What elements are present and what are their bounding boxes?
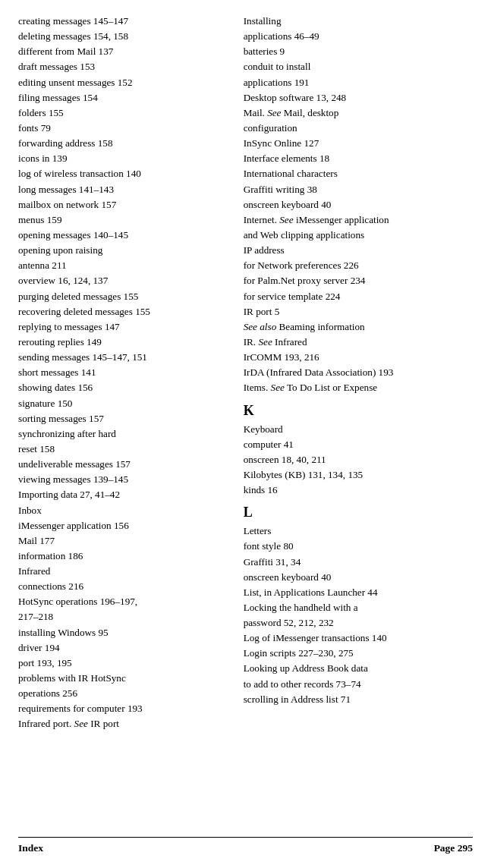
- index-line: Desktop software 13, 248: [244, 92, 347, 103]
- index-entry: Locking the handheld with a: [244, 600, 473, 615]
- index-line: onscreen 18, 40, 211: [244, 454, 326, 465]
- index-line: replying to messages 147: [18, 321, 120, 332]
- footer: Index Page 295: [18, 837, 473, 854]
- index-line: Installing: [244, 15, 282, 27]
- index-entry: HotSync operations 196–197,: [18, 594, 224, 609]
- index-entry: Looking up Address Book data: [244, 661, 473, 675]
- index-entry: overview 16, 124, 137: [18, 273, 224, 288]
- index-entry: Login scripts 227–230, 275: [244, 646, 473, 660]
- index-line: different from Mail 137: [18, 46, 113, 57]
- index-entry: port 193, 195: [18, 656, 224, 670]
- index-line: for service template 224: [244, 291, 341, 302]
- index-line: long messages 141–143: [18, 184, 114, 195]
- index-entry: Infrared: [18, 564, 224, 578]
- index-entry: applications 46–49: [244, 29, 473, 43]
- index-line: applications 46–49: [244, 30, 319, 42]
- page: creating messages 145–147deleting messag…: [0, 0, 491, 868]
- index-entry: IR port 5: [244, 304, 473, 319]
- index-line: port 193, 195: [18, 657, 72, 668]
- index-line: icons in 139: [18, 153, 67, 164]
- index-entry: K: [244, 403, 473, 419]
- index-entry: for Palm.Net proxy server 234: [244, 273, 473, 288]
- index-line: HotSync operations 196–197,: [18, 596, 137, 607]
- footer-left: Index: [18, 842, 43, 854]
- index-entry: sorting messages 157: [18, 411, 224, 426]
- index-entry: antenna 211: [18, 258, 224, 272]
- index-line: driver 194: [18, 642, 60, 653]
- index-line: International characters: [244, 168, 338, 179]
- index-line: font style 80: [244, 540, 294, 552]
- index-entry: deleting messages 154, 158: [18, 29, 224, 43]
- index-entry: log of wireless transaction 140: [18, 166, 224, 181]
- index-entry: rerouting replies 149: [18, 335, 224, 349]
- index-entry: Infrared port. See IR port: [18, 716, 224, 731]
- index-entry: onscreen keyboard 40: [244, 197, 473, 212]
- index-line: filing messages 154: [18, 92, 98, 103]
- index-line: kinds 16: [244, 484, 278, 495]
- index-line: log of wireless transaction 140: [18, 168, 141, 179]
- index-entry: Importing data 27, 41–42: [18, 487, 224, 502]
- index-line: iMessenger application 156: [18, 520, 129, 531]
- index-line: Interface elements 18: [244, 153, 330, 164]
- index-entry: Kilobytes (KB) 131, 134, 135: [244, 467, 473, 482]
- index-entry: installing Windows 95: [18, 625, 224, 640]
- index-line: Locking the handheld with a: [244, 602, 358, 613]
- index-entry: IP address: [244, 243, 473, 257]
- index-line: computer 41: [244, 439, 294, 450]
- index-line: antenna 211: [18, 259, 67, 271]
- index-entry: for Network preferences 226: [244, 258, 473, 272]
- index-entry: mailbox on network 157: [18, 197, 224, 212]
- index-entry: information 186: [18, 549, 224, 563]
- index-entry: password 52, 212, 232: [244, 615, 473, 630]
- index-line: requirements for computer 193: [18, 703, 143, 714]
- index-entry: Graffiti 31, 34: [244, 555, 473, 569]
- index-entry: Desktop software 13, 248: [244, 90, 473, 105]
- index-entry: opening upon raising: [18, 243, 224, 257]
- index-entry: Mail. See Mail, desktop: [244, 105, 473, 120]
- index-line: mailbox on network 157: [18, 199, 116, 210]
- index-entry: configuration: [244, 121, 473, 135]
- index-entry: long messages 141–143: [18, 182, 224, 197]
- index-line: password 52, 212, 232: [244, 617, 334, 628]
- index-entry: to add to other records 73–74: [244, 677, 473, 691]
- index-entry: batteries 9: [244, 44, 473, 58]
- index-entry: sending messages 145–147, 151: [18, 350, 224, 364]
- index-line: IrCOMM 193, 216: [244, 351, 319, 363]
- index-line: signature 150: [18, 398, 72, 409]
- index-line: Graffiti writing 38: [244, 184, 317, 195]
- index-entry: Installing: [244, 14, 473, 28]
- index-line: Importing data 27, 41–42: [18, 489, 120, 500]
- index-entry: iMessenger application 156: [18, 518, 224, 533]
- index-entry: filing messages 154: [18, 90, 224, 105]
- index-entry: fonts 79: [18, 121, 224, 135]
- index-line: fonts 79: [18, 122, 51, 134]
- index-line: opening messages 140–145: [18, 229, 128, 241]
- index-line: editing unsent messages 152: [18, 77, 133, 88]
- index-line: overview 16, 124, 137: [18, 275, 108, 286]
- index-entry: and Web clipping applications: [244, 228, 473, 242]
- index-entry: Interface elements 18: [244, 151, 473, 165]
- index-entry: signature 150: [18, 396, 224, 410]
- index-line: viewing messages 139–145: [18, 473, 128, 485]
- index-entry: draft messages 153: [18, 59, 224, 74]
- section-letter: K: [244, 403, 473, 419]
- index-entry: computer 41: [244, 437, 473, 451]
- index-line: to add to other records 73–74: [244, 678, 361, 690]
- index-entry: IR. See Infrared: [244, 335, 473, 349]
- index-entry: Internet. See iMessenger application: [244, 212, 473, 227]
- index-entry: driver 194: [18, 640, 224, 655]
- index-line: Mail 177: [18, 535, 55, 546]
- index-entry: kinds 16: [244, 483, 473, 497]
- index-line: Graffiti 31, 34: [244, 556, 301, 568]
- index-line: Internet. See iMessenger application: [244, 214, 389, 225]
- index-entry: IrDA (Infrared Data Association) 193: [244, 365, 473, 379]
- index-entry: Keyboard: [244, 422, 473, 436]
- index-entry: Mail 177: [18, 533, 224, 548]
- index-line: operations 256: [18, 687, 77, 699]
- index-line: batteries 9: [244, 46, 285, 57]
- index-entry: viewing messages 139–145: [18, 472, 224, 486]
- index-line: information 186: [18, 550, 83, 561]
- index-entry: short messages 141: [18, 365, 224, 379]
- index-line: onscreen keyboard 40: [244, 199, 332, 210]
- index-entry: onscreen 18, 40, 211: [244, 452, 473, 467]
